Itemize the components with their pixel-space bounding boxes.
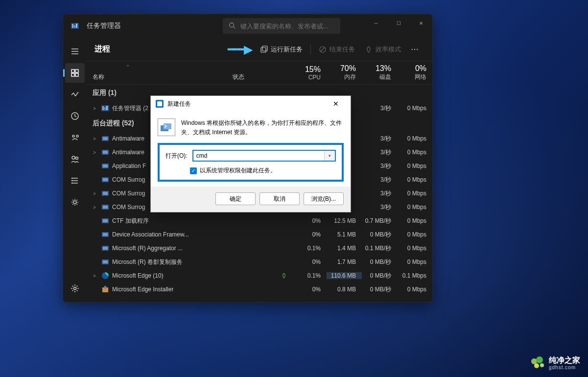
ok-button[interactable]: 确定 [215,192,256,205]
process-row[interactable]: >Microsoft Edge (10)0.1%110.6 MB0 MB/秒0.… [87,269,432,283]
process-row[interactable]: CTF 加载程序0%12.5 MB0.7 MB/秒0 Mbps [87,214,432,228]
process-name: Microsoft (R) Aggregator ... [112,245,247,252]
close-button[interactable]: ✕ [410,14,432,32]
expand-icon[interactable]: > [91,150,98,155]
svg-point-14 [72,135,74,137]
end-task-label: 结束任务 [329,45,355,54]
col-status[interactable]: 状态 [233,61,291,84]
dialog-close-button[interactable]: ✕ [326,97,346,111]
watermark-text: 纯净之家 [549,356,580,365]
open-combobox[interactable]: ▾ [192,150,336,162]
net-cell: 0 Mbps [397,105,432,112]
svg-rect-51 [103,247,108,250]
svg-rect-12 [75,73,78,76]
net-cell: 0 Mbps [397,149,432,156]
browse-button[interactable]: 浏览(B)... [304,192,344,205]
col-name[interactable]: ⌃名称 [87,61,233,84]
process-row[interactable]: Microsoft Edge Installer0%0.8 MB0 MB/秒0 … [87,283,432,296]
cancel-button[interactable]: 取消 [259,192,300,205]
process-name: Device Association Framew... [112,231,247,238]
svg-rect-49 [103,233,108,236]
cpu-cell: 0% [291,231,327,238]
run-dialog: 新建任务 ✕ Windows 将根据你所键入的名称，为你打开相应的程序、文件夹、… [150,95,351,212]
nav-users[interactable] [65,149,85,169]
search-input[interactable] [240,23,334,30]
efficiency-label: 效率模式 [376,45,401,54]
svg-rect-33 [106,106,108,110]
expand-icon[interactable]: > [91,106,98,111]
process-icon [101,176,109,184]
watermark-url: gdhst.com [549,365,580,370]
open-label: 打开(O): [165,152,188,160]
nav-details[interactable] [65,171,85,190]
svg-rect-2 [74,25,75,28]
mem-cell: 1.7 MB [327,259,362,265]
nav-startup[interactable] [65,128,85,147]
search-box[interactable] [223,18,340,34]
col-net[interactable]: 0%网络 [397,61,432,84]
process-icon [101,285,109,293]
mem-cell: 12.5 MB [327,217,362,224]
dialog-title: 新建任务 [167,100,191,108]
process-row[interactable]: Microsoft (R) 卷影复制服务0%1.7 MB0 MB/秒0 Mbps [87,255,432,269]
maximize-button[interactable]: ☐ [387,14,410,32]
end-task-button[interactable]: 结束任务 [314,42,360,57]
more-button[interactable]: ⋯ [406,42,424,57]
settings-button[interactable] [65,279,85,298]
process-row[interactable]: Device Association Framew...0%5.1 MB0 MB… [87,228,432,241]
process-icon [101,217,109,225]
svg-rect-61 [164,123,171,129]
expand-icon[interactable]: > [91,191,98,196]
content-header: 进程 ━━━▶ 运行新任务 结束任务 效率模式 ⋯ [87,38,432,61]
svg-point-22 [72,181,72,181]
svg-rect-53 [103,260,108,263]
efficiency-button[interactable]: 效率模式 [360,42,406,57]
net-cell: 0 Mbps [397,176,432,183]
svg-rect-43 [103,192,108,195]
svg-point-25 [74,287,76,290]
open-input[interactable] [193,151,324,161]
menu-button[interactable] [65,42,85,61]
svg-point-24 [73,201,76,204]
process-name: Microsoft Edge (10) [112,272,247,279]
process-name: Microsoft (R) 卷影复制服务 [112,258,247,266]
col-cpu[interactable]: 15%CPU [291,61,327,84]
disk-cell: 0 MB/秒 [362,285,397,294]
process-icon [101,231,109,238]
col-disk[interactable]: 13%磁盘 [362,61,397,84]
svg-point-17 [76,157,78,160]
nav-history[interactable] [65,106,85,126]
net-cell: 0 Mbps [397,286,432,293]
svg-rect-39 [103,165,108,167]
disk-cell: 3/秒 [362,203,397,212]
expand-icon[interactable]: > [91,136,98,141]
run-icon [158,118,175,136]
nav-services[interactable] [65,192,85,212]
process-icon [101,104,109,112]
run-task-button[interactable]: 运行新任务 [255,42,307,57]
expand-icon[interactable]: > [91,273,98,279]
process-icon [101,189,109,197]
net-cell: 0 Mbps [397,245,432,252]
process-icon [101,272,109,280]
svg-rect-27 [262,46,267,51]
mem-cell: 110.6 MB [327,272,362,279]
dropdown-icon[interactable]: ▾ [324,151,335,161]
expand-icon[interactable]: > [91,205,98,210]
svg-rect-10 [75,70,78,72]
dialog-highlight-box: 打开(O): ▾ ✓ 以系统管理权限创建此任务。 [158,143,344,182]
minimize-button[interactable]: ─ [365,14,387,32]
dialog-icon [156,100,164,108]
svg-rect-11 [71,73,74,76]
process-row[interactable]: Microsoft (R) Aggregator ...0.1%1.4 MB0.… [87,241,432,255]
nav-performance[interactable] [65,85,85,104]
sort-icon: ⌃ [126,64,130,70]
svg-rect-9 [71,70,74,72]
mem-cell: 5.1 MB [327,231,362,238]
net-cell: 0 Mbps [397,231,432,238]
svg-rect-57 [104,286,106,289]
process-icon [101,135,109,142]
col-mem[interactable]: 70%内存 [327,61,362,84]
nav-processes[interactable] [65,63,85,83]
admin-checkbox[interactable]: ✓ [190,167,197,174]
